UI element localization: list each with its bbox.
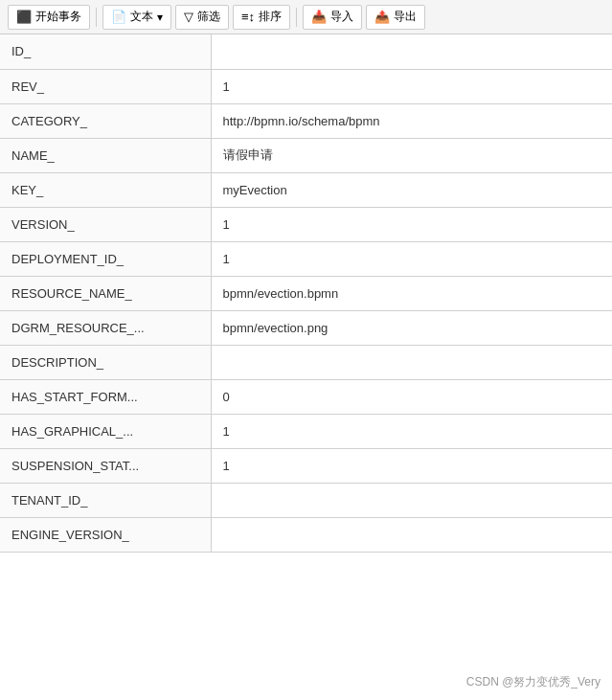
text-button[interactable]: 📄 文本 ▾ [102,5,171,30]
toolbar: ⬛ 开始事务 📄 文本 ▾ ▽ 筛选 ≡↕ 排序 📥 导入 📤 导出 [0,0,612,34]
key-cell: DEPLOYMENT_ID_ [0,241,211,276]
sort-icon: ≡↕ [241,10,255,24]
table-row[interactable]: ENGINE_VERSION_ [0,517,612,552]
import-button[interactable]: 📥 导入 [303,5,362,30]
key-cell: NAME_ [0,138,211,172]
key-cell: HAS_START_FORM... [0,379,211,414]
sort-button[interactable]: ≡↕ 排序 [233,5,290,30]
value-cell[interactable]: 请假申请 [211,138,612,172]
key-cell: DGRM_RESOURCE_... [0,310,211,345]
value-cell[interactable]: bpmn/evection.png [211,310,612,345]
key-cell: RESOURCE_NAME_ [0,276,211,310]
table-row[interactable]: DESCRIPTION_ [0,345,612,379]
value-cell[interactable]: 1 [211,448,612,483]
key-cell: ID_ [0,34,211,69]
filter-icon: ▽ [184,10,193,24]
value-cell[interactable] [211,517,612,552]
separator-1 [96,8,97,27]
value-cell[interactable]: http://bpmn.io/schema/bpmn [211,103,612,138]
table-row[interactable]: NAME_请假申请 [0,138,612,172]
key-cell: DESCRIPTION_ [0,345,211,379]
transaction-icon: ⬛ [16,10,32,24]
transaction-label: 开始事务 [35,9,81,25]
sort-label: 排序 [259,9,282,25]
key-cell: ENGINE_VERSION_ [0,517,211,552]
value-cell[interactable]: 1 [211,69,612,103]
value-cell[interactable] [211,483,612,517]
key-cell: KEY_ [0,172,211,207]
key-cell: SUSPENSION_STAT... [0,448,211,483]
table-row[interactable]: DGRM_RESOURCE_...bpmn/evection.png [0,310,612,345]
filter-button[interactable]: ▽ 筛选 [175,5,229,30]
table-row[interactable]: SUSPENSION_STAT...1 [0,448,612,483]
table-row[interactable]: ID_ [0,34,612,69]
table-row[interactable]: TENANT_ID_ [0,483,612,517]
text-icon: 📄 [111,10,126,24]
table-row[interactable]: HAS_START_FORM...0 [0,379,612,414]
table-row[interactable]: VERSION_1 [0,207,612,241]
value-cell[interactable] [211,34,612,69]
value-cell[interactable]: 0 [211,379,612,414]
import-icon: 📥 [311,10,327,24]
separator-2 [296,8,297,27]
text-label: 文本 [130,9,153,25]
value-cell[interactable] [211,345,612,379]
filter-label: 筛选 [197,9,220,25]
data-table: ID_REV_1CATEGORY_http://bpmn.io/schema/b… [0,34,612,553]
key-cell: TENANT_ID_ [0,483,211,517]
table-row[interactable]: DEPLOYMENT_ID_1 [0,241,612,276]
value-cell[interactable]: 1 [211,207,612,241]
key-cell: VERSION_ [0,207,211,241]
value-cell[interactable]: 1 [211,241,612,276]
key-cell: HAS_GRAPHICAL_... [0,414,211,448]
export-button[interactable]: 📤 导出 [366,5,425,30]
text-dropdown-icon: ▾ [157,11,163,24]
table-row[interactable]: REV_1 [0,69,612,103]
table-row[interactable]: HAS_GRAPHICAL_...1 [0,414,612,448]
data-table-container: ID_REV_1CATEGORY_http://bpmn.io/schema/b… [0,34,612,700]
transaction-button[interactable]: ⬛ 开始事务 [8,5,90,30]
value-cell[interactable]: 1 [211,414,612,448]
export-label: 导出 [394,9,417,25]
table-row[interactable]: RESOURCE_NAME_bpmn/evection.bpmn [0,276,612,310]
table-row[interactable]: KEY_myEvection [0,172,612,207]
value-cell[interactable]: bpmn/evection.bpmn [211,276,612,310]
import-label: 导入 [330,9,353,25]
key-cell: REV_ [0,69,211,103]
key-cell: CATEGORY_ [0,103,211,138]
export-icon: 📤 [374,10,390,24]
table-row[interactable]: CATEGORY_http://bpmn.io/schema/bpmn [0,103,612,138]
value-cell[interactable]: myEvection [211,172,612,207]
